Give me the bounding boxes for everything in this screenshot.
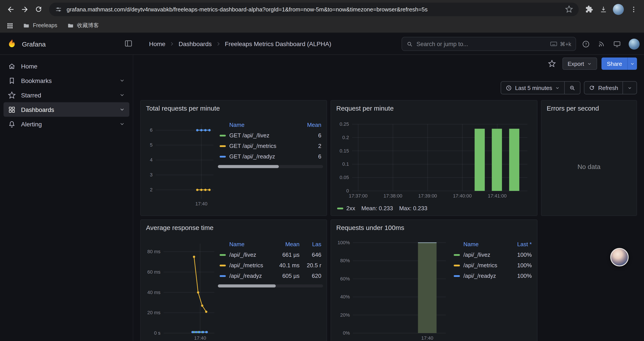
- breadcrumb-dashboards[interactable]: Dashboards: [179, 40, 212, 47]
- chart-canvas[interactable]: 0.250.20.150.10.05017:37:0017:38:0017:39…: [334, 120, 533, 206]
- back-icon: [6, 5, 15, 14]
- time-range-picker[interactable]: Last 5 minutes: [501, 82, 564, 94]
- chart-canvas[interactable]: 100%80%60%40%20%0%17:40: [334, 239, 450, 341]
- user-avatar[interactable]: [629, 38, 640, 49]
- export-button[interactable]: Export: [562, 58, 597, 70]
- chart-canvas[interactable]: 80 ms60 ms40 ms20 ms0 s17:40: [144, 239, 218, 341]
- refresh-button[interactable]: Refresh: [584, 82, 622, 94]
- legend-row[interactable]: /api/_/livez100%: [452, 249, 534, 260]
- forward-button[interactable]: [18, 2, 32, 16]
- legend-column-header[interactable]: Name: [462, 239, 510, 249]
- chart-canvas[interactable]: 6543217:40: [144, 120, 218, 212]
- legend-scrollbar[interactable]: [218, 284, 323, 287]
- apps-grid-icon[interactable]: [6, 22, 13, 29]
- sidebar-item-alerting[interactable]: Alerting: [4, 117, 129, 131]
- legend-row[interactable]: /api/_/metrics40.1 ms20.5 r: [218, 260, 323, 270]
- legend-column-header[interactable]: Name: [228, 239, 273, 249]
- svg-text:3: 3: [150, 172, 152, 178]
- legend-item[interactable]: 2xxMean: 0.233Max: 0.233: [337, 205, 428, 212]
- svg-text:17:41:00: 17:41:00: [488, 193, 507, 199]
- breadcrumb-home[interactable]: Home: [149, 40, 166, 47]
- legend-column-header[interactable]: Last *: [510, 239, 534, 249]
- sidebar-item-starred[interactable]: Starred: [4, 88, 129, 102]
- sidebar-toggle-icon[interactable]: [124, 39, 133, 48]
- series-color-icon: [220, 156, 226, 158]
- bookmark-star-icon[interactable]: [565, 5, 573, 13]
- bar-chart[interactable]: 0.250.20.150.10.05017:37:0017:38:0017:39…: [334, 120, 533, 206]
- svg-text:0.2: 0.2: [342, 135, 349, 140]
- sidebar-item-dashboards[interactable]: Dashboards: [4, 102, 129, 117]
- chevron-down-icon[interactable]: [119, 92, 125, 98]
- sidebar: Home Bookmarks Starred Dashboards Alerti…: [0, 55, 133, 341]
- legend-column-header[interactable]: Name: [228, 120, 298, 130]
- monitor-icon[interactable]: [613, 40, 621, 48]
- svg-text:80%: 80%: [340, 258, 350, 263]
- help-icon[interactable]: ?: [582, 40, 590, 48]
- panel-title[interactable]: Total requests per minute: [146, 104, 220, 112]
- forward-icon: [20, 5, 29, 14]
- reload-button[interactable]: [32, 2, 46, 16]
- panel-title[interactable]: Average response time: [146, 224, 214, 231]
- legend-column-header[interactable]: Mean: [298, 120, 323, 130]
- rss-icon[interactable]: [598, 40, 606, 48]
- chevron-down-icon: [587, 61, 592, 66]
- legend-scrollbar[interactable]: [218, 165, 323, 168]
- zoom-out-icon: [569, 85, 576, 91]
- legend-row[interactable]: /api/_/livez661 µs646: [218, 249, 323, 260]
- panel-title[interactable]: Requests under 100ms: [336, 224, 404, 231]
- chevron-right-icon: [170, 41, 175, 47]
- timeseries-chart[interactable]: 6543217:40: [144, 120, 218, 212]
- url-bar[interactable]: grafana.mathmast.com/d/deytv4rwavabkb/fr…: [49, 3, 579, 16]
- floating-assistant-avatar[interactable]: [610, 248, 629, 266]
- search-input[interactable]: [416, 41, 547, 47]
- panel-title[interactable]: Errors per second: [547, 104, 599, 112]
- svg-text:17:40: 17:40: [421, 335, 433, 341]
- sidebar-item-label: Starred: [21, 92, 41, 99]
- legend-row[interactable]: /api/_/readyz605 µs620: [218, 270, 323, 281]
- panel-average-response-time: Average response time 80 ms60 ms40 ms20 …: [140, 219, 327, 341]
- share-button[interactable]: Share: [602, 58, 627, 70]
- browser-profile-avatar[interactable]: [613, 4, 624, 15]
- header-icons: ?: [582, 33, 640, 55]
- favorite-dashboard-button[interactable]: [546, 58, 558, 70]
- series-color-icon: [337, 207, 343, 209]
- browser-menu-button[interactable]: [626, 2, 640, 16]
- sidebar-item-label: Bookmarks: [21, 77, 52, 84]
- legend-column-header[interactable]: Mean: [273, 239, 302, 249]
- svg-text:0.15: 0.15: [340, 148, 349, 154]
- back-button[interactable]: [4, 2, 18, 16]
- legend-column-header[interactable]: Las: [302, 239, 323, 249]
- bookmark-item-blog[interactable]: 收藏博客: [67, 22, 99, 29]
- legend-row[interactable]: /api/_/metrics100%: [452, 260, 534, 270]
- clock-icon: [506, 85, 512, 91]
- legend-row[interactable]: GET /api/_/livez6: [218, 130, 323, 140]
- bookmark-label: Freeleaps: [33, 22, 57, 29]
- time-picker-group: Last 5 minutes: [501, 81, 581, 94]
- share-menu-button[interactable]: [627, 58, 637, 70]
- downloads-button[interactable]: [596, 2, 610, 16]
- breadcrumb: Home Dashboards Freeleaps Metrics Dashbo…: [149, 33, 331, 55]
- sidebar-item-bookmarks[interactable]: Bookmarks: [4, 73, 129, 88]
- bookmark-item-freeleaps[interactable]: Freeleaps: [23, 22, 57, 29]
- timeseries-chart[interactable]: 80 ms60 ms40 ms20 ms0 s17:40: [144, 239, 218, 341]
- extensions-button[interactable]: [582, 2, 596, 16]
- grafana-brand[interactable]: Grafana: [6, 33, 46, 55]
- chevron-down-icon[interactable]: [119, 121, 125, 127]
- chevron-down-icon[interactable]: [119, 78, 125, 83]
- panel-title[interactable]: Request per minute: [336, 104, 394, 112]
- svg-text:6: 6: [150, 127, 152, 133]
- folder-icon: [67, 22, 74, 29]
- url-text[interactable]: grafana.mathmast.com/d/deytv4rwavabkb/fr…: [67, 6, 561, 13]
- legend-row[interactable]: GET /api/_/readyz6: [218, 151, 323, 162]
- legend-row[interactable]: /api/_/readyz100%: [452, 270, 534, 281]
- refresh-interval-button[interactable]: [623, 82, 636, 94]
- search-box[interactable]: ⌘+k: [402, 37, 576, 51]
- series-color-icon: [220, 135, 226, 137]
- chevron-down-icon[interactable]: [119, 107, 125, 112]
- site-settings-icon[interactable]: [55, 6, 62, 13]
- zoom-out-button[interactable]: [565, 82, 580, 94]
- bar-chart[interactable]: 100%80%60%40%20%0%17:40: [334, 239, 450, 341]
- legend-row[interactable]: GET /api/_/metrics2: [218, 140, 323, 151]
- sidebar-item-home[interactable]: Home: [4, 59, 129, 73]
- puzzle-icon: [585, 5, 593, 13]
